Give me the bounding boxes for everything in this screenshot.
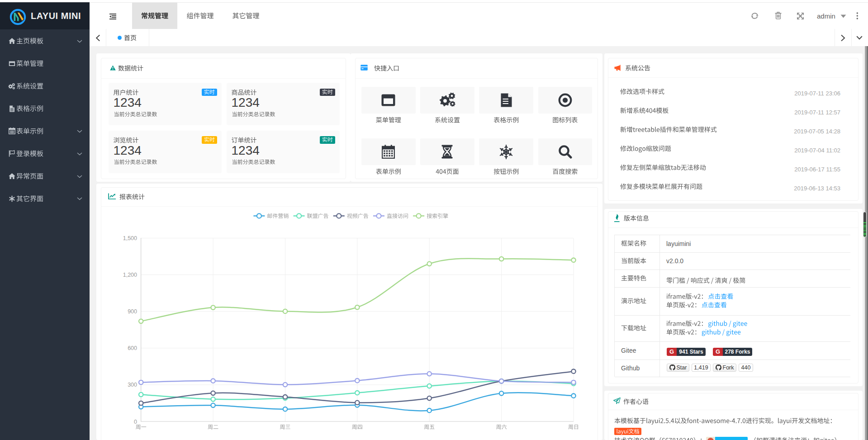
svg-text:300: 300: [128, 382, 137, 388]
svg-text:1,500: 1,500: [123, 235, 137, 241]
svg-text:900: 900: [128, 308, 137, 315]
svg-text:1,200: 1,200: [123, 272, 137, 278]
svg-text:600: 600: [128, 345, 137, 351]
svg-text:0: 0: [134, 419, 137, 425]
